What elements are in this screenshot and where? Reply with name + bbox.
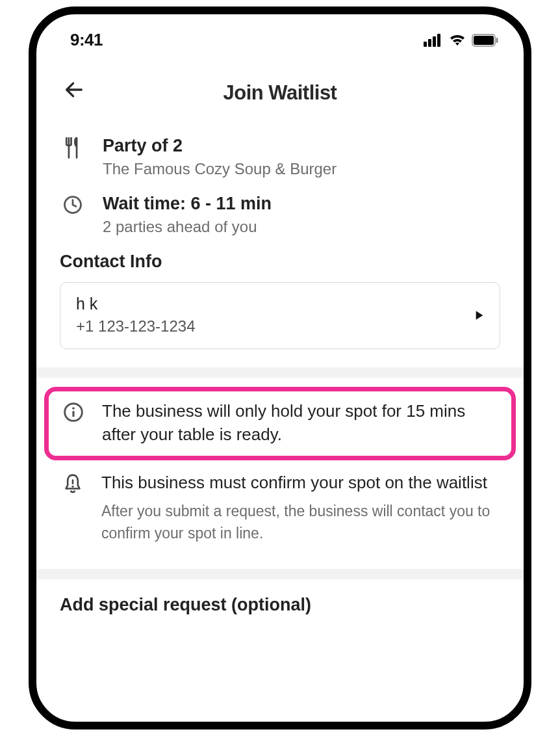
svg-rect-5 (474, 36, 494, 45)
svg-rect-2 (433, 36, 436, 47)
status-icons (424, 34, 499, 47)
arrow-left-icon (63, 79, 85, 101)
wait-time-row: Wait time: 6 - 11 min 2 parties ahead of… (60, 194, 500, 236)
svg-rect-0 (424, 42, 427, 47)
caret-right-icon (475, 310, 484, 321)
contact-name: h k (76, 295, 196, 313)
svg-rect-11 (72, 479, 74, 484)
contact-phone: +1 123-123-1234 (76, 317, 196, 335)
svg-rect-3 (437, 34, 440, 47)
contact-card[interactable]: h k +1 123-123-1234 (60, 282, 500, 349)
restaurant-name: The Famous Cozy Soup & Burger (103, 160, 500, 178)
app-header: Join Waitlist (36, 57, 524, 118)
notices-section: The business will only hold your spot fo… (36, 378, 524, 556)
svg-point-9 (72, 407, 75, 410)
clock-icon (63, 195, 83, 215)
confirm-notice-sub: After you submit a request, the business… (101, 501, 500, 544)
utensils-icon (63, 137, 83, 159)
bell-alert-icon (62, 473, 83, 495)
info-icon (63, 402, 84, 423)
wait-time-label: Wait time: 6 - 11 min (103, 194, 500, 214)
special-request-heading: Add special request (optional) (36, 579, 524, 615)
status-time: 9:41 (70, 30, 103, 50)
party-size-label: Party of 2 (103, 136, 500, 156)
parties-ahead: 2 parties ahead of you (103, 218, 500, 236)
svg-point-12 (71, 485, 73, 487)
status-bar: 9:41 (36, 14, 524, 57)
svg-rect-1 (428, 39, 431, 47)
confirm-notice: This business must confirm your spot on … (44, 460, 516, 556)
back-button[interactable] (61, 77, 87, 103)
hold-notice-text: The business will only hold your spot fo… (102, 399, 500, 447)
svg-rect-6 (496, 38, 498, 43)
contact-info-heading: Contact Info (60, 252, 500, 272)
section-divider (36, 367, 524, 378)
battery-icon (472, 34, 499, 47)
page-title: Join Waitlist (223, 81, 337, 105)
svg-rect-10 (72, 411, 74, 417)
confirm-notice-title: This business must confirm your spot on … (101, 471, 500, 494)
party-row: Party of 2 The Famous Cozy Soup & Burger (60, 136, 500, 178)
section-divider (36, 569, 524, 579)
wifi-icon (448, 34, 466, 47)
hold-notice: The business will only hold your spot fo… (44, 387, 516, 460)
details-section: Party of 2 The Famous Cozy Soup & Burger… (36, 118, 524, 349)
cellular-icon (424, 34, 443, 47)
device-frame: 9:41 (29, 7, 531, 729)
